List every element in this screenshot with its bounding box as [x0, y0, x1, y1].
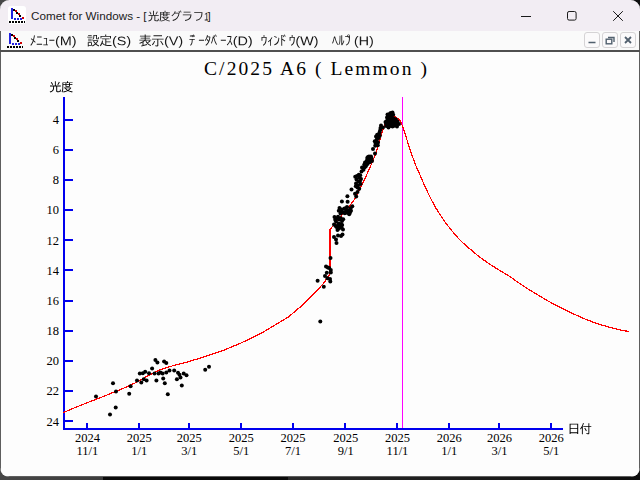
- svg-text:3/1: 3/1: [181, 444, 197, 458]
- svg-text:6: 6: [53, 143, 59, 157]
- x-axis-label: [570, 423, 592, 434]
- observation-points: [94, 111, 401, 417]
- svg-text:8: 8: [53, 173, 59, 187]
- magnitude-chart: C/2025 A6 ( Lemmon ) 202411/120251/12025…: [0, 0, 640, 477]
- svg-text:4: 4: [53, 113, 60, 127]
- svg-text:20: 20: [47, 354, 60, 368]
- svg-text:3/1: 3/1: [491, 444, 507, 458]
- svg-text:2026: 2026: [539, 431, 564, 445]
- svg-text:24: 24: [47, 415, 60, 429]
- svg-text:5/1: 5/1: [543, 444, 559, 458]
- svg-text:2025: 2025: [281, 431, 306, 445]
- svg-text:2026: 2026: [487, 431, 512, 445]
- model-light-curve: [64, 117, 630, 413]
- svg-text:18: 18: [47, 324, 60, 338]
- svg-text:14: 14: [47, 264, 60, 278]
- chart-title: C/2025 A6 ( Lemmon ): [204, 58, 427, 80]
- svg-text:12: 12: [47, 234, 60, 248]
- svg-text:22: 22: [47, 384, 60, 398]
- svg-text:1/1: 1/1: [131, 444, 147, 458]
- svg-text:11/1: 11/1: [387, 444, 409, 458]
- chart-client-area: C/2025 A6 ( Lemmon ) 202411/120251/12025…: [1, 52, 639, 476]
- y-tick-labels: 4681012141618202224: [47, 113, 60, 429]
- svg-text:2025: 2025: [177, 431, 202, 445]
- desktop: {"window":{"title_prefix":"Comet for Win…: [0, 0, 640, 480]
- svg-text:16: 16: [47, 294, 60, 308]
- svg-text:2026: 2026: [437, 431, 462, 445]
- app-window: Comet for Windows - []光度グラフ1 ﾒﾆｭｰ(M) 設定(…: [0, 0, 640, 477]
- svg-text:11/1: 11/1: [77, 444, 99, 458]
- svg-text:2025: 2025: [333, 431, 358, 445]
- y-axis-label: [50, 81, 73, 92]
- svg-text:7/1: 7/1: [285, 444, 301, 458]
- svg-text:2025: 2025: [229, 431, 254, 445]
- svg-text:2025: 2025: [127, 431, 152, 445]
- svg-text:2024: 2024: [75, 431, 101, 445]
- svg-text:1/1: 1/1: [441, 444, 457, 458]
- svg-text:2025: 2025: [385, 431, 410, 445]
- svg-text:9/1: 9/1: [338, 444, 354, 458]
- svg-text:10: 10: [47, 203, 60, 217]
- svg-text:5/1: 5/1: [233, 444, 249, 458]
- x-tick-labels: 202411/120251/120253/120255/120257/12025…: [75, 431, 564, 458]
